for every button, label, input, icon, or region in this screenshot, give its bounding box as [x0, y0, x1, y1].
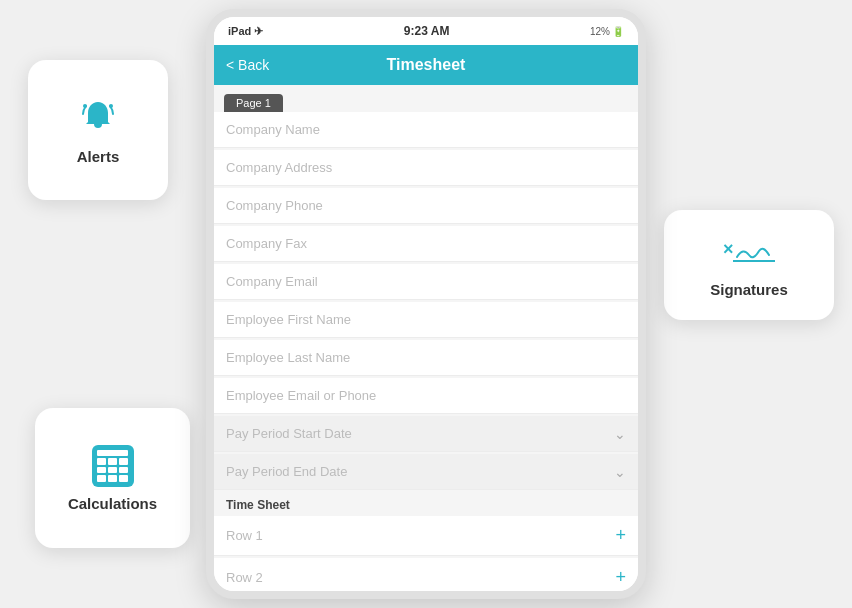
chevron-down-icon: ⌄ [614, 464, 626, 480]
chevron-down-icon: ⌄ [614, 426, 626, 442]
field-pay-period-start[interactable]: Pay Period Start Date ⌄ [214, 416, 638, 452]
svg-text:×: × [723, 239, 734, 259]
field-employee-first-name[interactable]: Employee First Name [214, 302, 638, 338]
signatures-card[interactable]: × Signatures [664, 210, 834, 320]
timesheet-row[interactable]: Row 1 + [214, 516, 638, 556]
field-employee-last-name[interactable]: Employee Last Name [214, 340, 638, 376]
field-employee-email-phone[interactable]: Employee Email or Phone [214, 378, 638, 414]
svg-point-1 [109, 104, 113, 108]
calculator-icon [92, 445, 134, 487]
nav-bar: < Back Timesheet [214, 45, 638, 85]
signature-icon: × [721, 233, 777, 273]
svg-point-0 [83, 104, 87, 108]
alerts-label: Alerts [77, 148, 120, 165]
alerts-card[interactable]: Alerts [28, 60, 168, 200]
status-bar: iPad ✈ 9:23 AM 12% 🔋 [214, 17, 638, 45]
back-button[interactable]: < Back [226, 57, 269, 73]
add-row-2-button[interactable]: + [615, 567, 626, 588]
nav-title: Timesheet [387, 56, 466, 74]
calculations-card[interactable]: Calculations [35, 408, 190, 548]
calculations-label: Calculations [68, 495, 157, 512]
status-time: 9:23 AM [404, 24, 450, 38]
page-tab-bar: Page 1 [214, 85, 638, 112]
field-company-email[interactable]: Company Email [214, 264, 638, 300]
field-company-address[interactable]: Company Address [214, 150, 638, 186]
form-content: Company Name Company Address Company Pho… [214, 112, 638, 591]
status-right: 12% 🔋 [590, 26, 624, 37]
field-company-fax[interactable]: Company Fax [214, 226, 638, 262]
field-company-name[interactable]: Company Name [214, 112, 638, 148]
add-row-1-button[interactable]: + [615, 525, 626, 546]
field-pay-period-end[interactable]: Pay Period End Date ⌄ [214, 454, 638, 490]
tablet-frame: iPad ✈ 9:23 AM 12% 🔋 < Back Timesheet Pa… [206, 9, 646, 599]
field-company-phone[interactable]: Company Phone [214, 188, 638, 224]
status-left: iPad ✈ [228, 25, 263, 38]
page-tab[interactable]: Page 1 [224, 94, 283, 112]
signatures-label: Signatures [710, 281, 788, 298]
bell-icon [78, 96, 118, 140]
time-sheet-section-label: Time Sheet [214, 492, 638, 516]
timesheet-row[interactable]: Row 2 + [214, 558, 638, 591]
